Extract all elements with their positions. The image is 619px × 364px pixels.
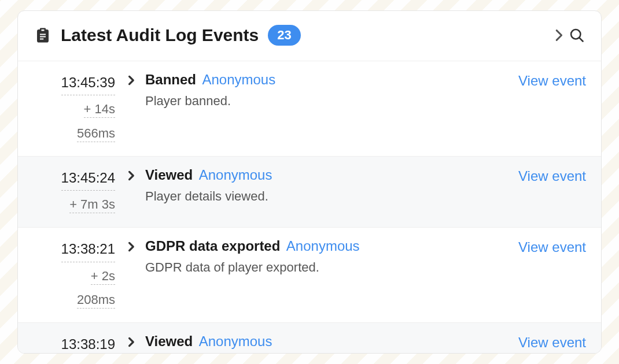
event-description: GDPR data of player exported. — [145, 260, 488, 275]
event-body: Viewed Anonymous Player details viewed. — [145, 333, 488, 353]
event-title: Banned — [145, 72, 196, 87]
chevron-right-icon — [128, 169, 136, 182]
expand-toggle[interactable] — [128, 238, 145, 310]
event-user-link[interactable]: Anonymous — [286, 238, 360, 254]
view-event-link[interactable]: View event — [518, 168, 586, 184]
event-description: Player banned. — [145, 94, 488, 109]
event-description: Player details viewed. — [145, 189, 488, 204]
event-user-link[interactable]: Anonymous — [199, 333, 272, 349]
event-body: GDPR data exported Anonymous GDPR data o… — [145, 238, 488, 310]
chevron-right-icon[interactable] — [555, 28, 564, 42]
event-user-link[interactable]: Anonymous — [202, 72, 275, 87]
event-time-relative: + 7m 3s — [18, 194, 115, 214]
event-user-link[interactable]: Anonymous — [199, 167, 272, 183]
chevron-right-icon — [128, 74, 136, 87]
svg-line-1 — [579, 38, 583, 41]
event-time-col: 13:45:24 + 7m 3s — [18, 167, 128, 215]
view-event-link[interactable]: View event — [518, 73, 586, 88]
event-count-badge: 23 — [268, 25, 300, 46]
event-time-relative: + 14s — [18, 99, 115, 119]
expand-toggle[interactable] — [128, 333, 145, 353]
expand-toggle[interactable] — [128, 167, 145, 215]
event-row: 13:38:21 + 2s 208ms GDPR data exported A… — [18, 228, 601, 323]
event-time: 13:38:21 — [61, 238, 115, 262]
event-time: 13:38:19 — [61, 333, 115, 353]
card-title: Latest Audit Log Events — [61, 25, 259, 45]
event-action-col: View event — [488, 72, 586, 143]
event-action-col: View event — [488, 333, 586, 353]
event-time: 13:45:39 — [61, 72, 115, 95]
event-time-relative-extra: 208ms — [18, 289, 115, 310]
event-time: 13:45:24 — [61, 167, 115, 191]
event-action-col: View event — [488, 238, 586, 310]
event-title: Viewed — [145, 167, 193, 183]
clipboard-icon — [34, 25, 51, 45]
event-body: Banned Anonymous Player banned. — [145, 72, 488, 143]
event-time-col: 13:45:39 + 14s 566ms — [18, 72, 128, 143]
event-time-relative-extra: 566ms — [18, 123, 115, 143]
chevron-right-icon — [128, 240, 136, 253]
event-time-relative: + 2s — [18, 266, 115, 286]
event-list: 13:45:39 + 14s 566ms Banned Anonymous Pl… — [18, 61, 601, 353]
event-body: Viewed Anonymous Player details viewed. — [145, 167, 488, 215]
search-icon[interactable] — [569, 27, 585, 43]
expand-toggle[interactable] — [128, 72, 145, 143]
event-time-col: 13:38:19 + 27m 16s — [18, 333, 128, 353]
chevron-right-icon — [128, 336, 136, 348]
event-row: 13:45:39 + 14s 566ms Banned Anonymous Pl… — [18, 61, 601, 157]
view-event-link[interactable]: View event — [518, 335, 586, 350]
event-title: GDPR data exported — [145, 238, 280, 254]
event-time-col: 13:38:21 + 2s 208ms — [18, 238, 128, 310]
audit-log-card: Latest Audit Log Events 23 13:45:39 + 14… — [17, 10, 602, 354]
card-header: Latest Audit Log Events 23 — [18, 11, 601, 61]
event-row: 13:38:19 + 27m 16s Viewed Anonymous Play… — [18, 323, 601, 353]
event-title: Viewed — [145, 333, 193, 349]
event-row: 13:45:24 + 7m 3s Viewed Anonymous Player… — [18, 157, 601, 228]
view-event-link[interactable]: View event — [518, 239, 586, 255]
event-action-col: View event — [488, 167, 586, 215]
